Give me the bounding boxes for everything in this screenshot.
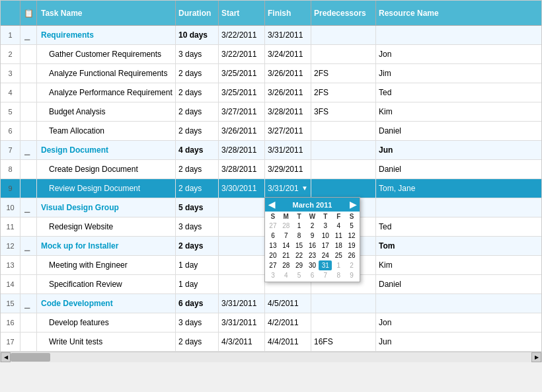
calendar-day[interactable]: 4: [280, 270, 293, 280]
calendar-day[interactable]: 20: [266, 251, 280, 260]
row-dash-col: [20, 122, 37, 140]
row-task-name: Develop features: [37, 313, 176, 332]
calendar-day[interactable]: 11: [332, 231, 345, 241]
finish-value: 3/31/2011: [268, 30, 303, 40]
calendar-day[interactable]: 10: [319, 231, 332, 241]
task-label: Team Allocation: [49, 126, 104, 136]
row-duration: 1 day: [176, 275, 219, 294]
row-duration: 2 days: [176, 333, 219, 351]
row-finish: 4/2/2011: [265, 313, 311, 332]
finish-value: 3/26/2011: [268, 69, 303, 78]
calendar-next-button[interactable]: ▶: [350, 200, 356, 210]
calendar-day[interactable]: 21: [280, 251, 293, 260]
table-row[interactable]: 6 Team Allocation 2 days 3/26/2011 3/27/…: [1, 122, 541, 141]
calendar-grid: SMTWTFS 27281234567891011121314151617181…: [265, 212, 360, 282]
calendar-day[interactable]: 26: [345, 251, 358, 260]
task-label: Redesign Website: [49, 222, 113, 231]
calendar-day[interactable]: 6: [266, 231, 280, 241]
calendar-day[interactable]: 12: [345, 231, 358, 241]
scroll-track[interactable]: [11, 352, 531, 362]
calendar-day[interactable]: 1: [293, 221, 306, 231]
calendar-day[interactable]: 31: [319, 260, 332, 270]
table-header: 📋 Task Name Duration Start Finish Predec…: [1, 1, 541, 26]
scrollbar[interactable]: ◀ ▶: [1, 352, 541, 362]
table-row[interactable]: 3 Analyze Functional Requirements 2 days…: [1, 64, 541, 83]
row-num: 5: [1, 102, 20, 121]
calendar-day[interactable]: 23: [306, 251, 319, 260]
calendar-day[interactable]: 28: [280, 260, 293, 270]
scroll-right-button[interactable]: ▶: [531, 352, 541, 362]
collapse-icon[interactable]: ⎯: [24, 30, 30, 40]
row-finish[interactable]: 3/31/2011 ▼: [265, 179, 311, 198]
collapse-icon[interactable]: ⎯: [24, 241, 30, 251]
calendar-day[interactable]: 14: [280, 241, 293, 251]
calendar-day[interactable]: 4: [332, 221, 345, 231]
scroll-left-button[interactable]: ◀: [1, 352, 11, 362]
table-row[interactable]: 8 Create Design Document 2 days 3/28/201…: [1, 160, 541, 179]
calendar-day-headers: SMTWTFS: [266, 213, 358, 220]
calendar-day[interactable]: 3: [266, 270, 280, 280]
row-resource: Daniel: [376, 122, 541, 140]
table-row[interactable]: 16 Develop features 3 days 3/31/2011 4/2…: [1, 313, 541, 333]
calendar-day[interactable]: 27: [266, 221, 280, 231]
row-pred: 16FS: [311, 333, 376, 351]
calendar-day[interactable]: 9: [345, 270, 358, 280]
calendar-day[interactable]: 7: [280, 231, 293, 241]
calendar-day[interactable]: 16: [306, 241, 319, 251]
calendar-day[interactable]: 5: [293, 270, 306, 280]
calendar-day[interactable]: 22: [293, 251, 306, 260]
collapse-icon[interactable]: ⎯: [24, 202, 30, 213]
row-task-name: Budget Analysis: [37, 102, 176, 121]
calendar-prev-button[interactable]: ◀: [268, 200, 275, 210]
table-row[interactable]: 9 Review Design Document 2 days 3/30/201…: [1, 179, 541, 198]
finish-dropdown-arrow[interactable]: ▼: [299, 182, 311, 195]
table-row[interactable]: 7 ⎯ Design Document 4 days 3/28/2011 3/3…: [1, 141, 541, 160]
calendar-day[interactable]: 13: [266, 241, 280, 251]
calendar-day[interactable]: 27: [266, 260, 280, 270]
row-num: 7: [1, 141, 20, 159]
calendar-day[interactable]: 5: [345, 221, 358, 231]
scroll-thumb[interactable]: [11, 353, 50, 362]
task-label: Write Unit tests: [49, 337, 102, 346]
calendar-day[interactable]: 18: [332, 241, 345, 251]
calendar-day[interactable]: 3: [319, 221, 332, 231]
calendar-day[interactable]: 8: [293, 231, 306, 241]
header-icon-col: 📋: [20, 1, 37, 25]
cal-day-header: T: [293, 213, 306, 220]
row-resource: Tom: [376, 237, 541, 255]
table-row[interactable]: 4 Analyze Performance Requirement 2 days…: [1, 83, 541, 102]
calendar-day[interactable]: 7: [319, 270, 332, 280]
calendar-days[interactable]: 2728123456789101112131415161718192021222…: [266, 221, 358, 280]
table-row[interactable]: 5 Budget Analysis 2 days 3/27/2011 3/28/…: [1, 102, 541, 122]
row-task-name: Code Development: [37, 294, 176, 313]
calendar-day[interactable]: 2: [306, 221, 319, 231]
calendar-day[interactable]: 17: [319, 241, 332, 251]
calendar-day[interactable]: 24: [319, 251, 332, 260]
calendar-day[interactable]: 15: [293, 241, 306, 251]
calendar-popup[interactable]: ◀ March 2011 ▶ SMTWTFS 27281234567891011…: [264, 197, 360, 282]
table-row[interactable]: 15 ⎯ Code Development 6 days 3/31/2011 4…: [1, 294, 541, 313]
row-resource: Daniel: [376, 275, 541, 294]
calendar-day[interactable]: 19: [345, 241, 358, 251]
table-row[interactable]: 2 Gather Customer Requirements 3 days 3/…: [1, 45, 541, 64]
calendar-day[interactable]: 28: [280, 221, 293, 231]
collapse-icon[interactable]: ⎯: [24, 145, 30, 155]
row-task-name: Gather Customer Requirements: [37, 45, 176, 63]
calendar-day[interactable]: 1: [332, 260, 345, 270]
table-row[interactable]: 1 ⎯ Requirements 10 days 3/22/2011 3/31/…: [1, 26, 541, 45]
calendar-day[interactable]: 2: [345, 260, 358, 270]
row-duration: 10 days: [176, 26, 219, 44]
table-row[interactable]: 17 Write Unit tests 2 days 4/3/2011 4/4/…: [1, 333, 541, 352]
collapse-icon[interactable]: ⎯: [24, 298, 30, 309]
calendar-day[interactable]: 8: [332, 270, 345, 280]
task-label: Analyze Performance Requirement: [49, 88, 173, 97]
calendar-header: ◀ March 2011 ▶: [265, 198, 360, 212]
calendar-day[interactable]: 29: [293, 260, 306, 270]
cal-day-header: S: [345, 213, 358, 220]
calendar-day[interactable]: 30: [306, 260, 319, 270]
row-dash-col: [20, 45, 37, 63]
row-start: 3/22/2011: [219, 45, 265, 63]
calendar-day[interactable]: 6: [306, 270, 319, 280]
calendar-day[interactable]: 25: [332, 251, 345, 260]
calendar-day[interactable]: 9: [306, 231, 319, 241]
